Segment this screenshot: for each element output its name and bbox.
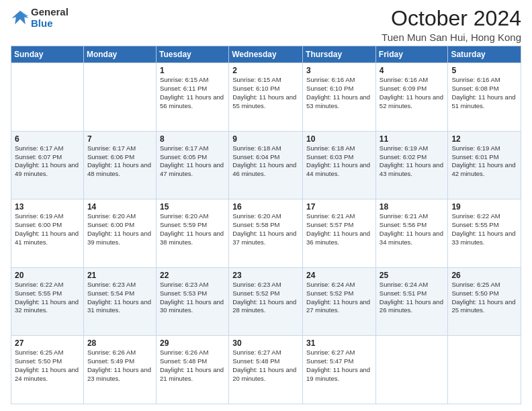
- day-detail: Sunrise: 6:15 AMSunset: 6:10 PMDaylight:…: [232, 76, 299, 110]
- day-detail: Sunrise: 6:17 AMSunset: 6:05 PMDaylight:…: [160, 144, 225, 179]
- logo-general: General: [31, 7, 69, 18]
- day-number: 5: [451, 66, 517, 75]
- calendar-cell: 1Sunrise: 6:15 AMSunset: 6:11 PMDaylight…: [156, 63, 228, 132]
- calendar-cell: [11, 63, 84, 132]
- calendar-cell: 16Sunrise: 6:20 AMSunset: 5:58 PMDayligh…: [229, 199, 303, 268]
- day-detail: Sunrise: 6:26 AMSunset: 5:48 PMDaylight:…: [160, 349, 225, 383]
- calendar-cell: 28Sunrise: 6:26 AMSunset: 5:49 PMDayligh…: [83, 336, 156, 404]
- weekday-thursday: Thursday: [303, 46, 376, 63]
- logo-text: General Blue: [31, 7, 69, 29]
- day-number: 19: [451, 202, 517, 212]
- calendar-cell: [375, 336, 448, 404]
- calendar-cell: 8Sunrise: 6:17 AMSunset: 6:05 PMDaylight…: [156, 131, 228, 199]
- day-number: 20: [15, 271, 80, 280]
- weekday-header-row: SundayMondayTuesdayWednesdayThursdayFrid…: [11, 46, 521, 63]
- weekday-sunday: Sunday: [11, 46, 84, 63]
- day-detail: Sunrise: 6:23 AMSunset: 5:54 PMDaylight:…: [87, 281, 152, 315]
- day-number: 8: [160, 134, 225, 144]
- logo-blue: Blue: [31, 18, 69, 30]
- calendar-cell: 26Sunrise: 6:25 AMSunset: 5:50 PMDayligh…: [448, 267, 521, 336]
- day-detail: Sunrise: 6:24 AMSunset: 5:52 PMDaylight:…: [306, 281, 372, 315]
- svg-marker-0: [12, 11, 29, 24]
- calendar-cell: 3Sunrise: 6:16 AMSunset: 6:10 PMDaylight…: [303, 63, 376, 132]
- day-number: 21: [87, 271, 152, 280]
- title-month-year: October 2024: [382, 7, 521, 30]
- day-detail: Sunrise: 6:23 AMSunset: 5:53 PMDaylight:…: [160, 281, 225, 315]
- day-number: 28: [87, 338, 152, 348]
- calendar-cell: 10Sunrise: 6:18 AMSunset: 6:03 PMDayligh…: [303, 131, 376, 199]
- day-detail: Sunrise: 6:16 AMSunset: 6:08 PMDaylight:…: [451, 76, 517, 110]
- day-number: 26: [451, 271, 517, 280]
- day-detail: Sunrise: 6:27 AMSunset: 5:48 PMDaylight:…: [232, 349, 299, 383]
- day-detail: Sunrise: 6:27 AMSunset: 5:47 PMDaylight:…: [306, 349, 372, 383]
- calendar-week-row: 13Sunrise: 6:19 AMSunset: 6:00 PMDayligh…: [11, 199, 521, 268]
- day-detail: Sunrise: 6:18 AMSunset: 6:03 PMDaylight:…: [306, 144, 372, 179]
- calendar-page: General Blue October 2024 Tuen Mun San H…: [0, 0, 532, 411]
- day-number: 23: [232, 271, 299, 280]
- calendar-cell: 22Sunrise: 6:23 AMSunset: 5:53 PMDayligh…: [156, 267, 228, 336]
- day-detail: Sunrise: 6:20 AMSunset: 5:59 PMDaylight:…: [160, 212, 225, 246]
- day-detail: Sunrise: 6:24 AMSunset: 5:51 PMDaylight:…: [380, 281, 445, 315]
- day-detail: Sunrise: 6:23 AMSunset: 5:52 PMDaylight:…: [232, 281, 299, 315]
- calendar-week-row: 20Sunrise: 6:22 AMSunset: 5:55 PMDayligh…: [11, 267, 521, 336]
- calendar-cell: 18Sunrise: 6:21 AMSunset: 5:56 PMDayligh…: [375, 199, 448, 268]
- calendar-cell: 11Sunrise: 6:19 AMSunset: 6:02 PMDayligh…: [375, 131, 448, 199]
- day-number: 27: [15, 338, 80, 348]
- day-number: 29: [160, 338, 225, 348]
- weekday-monday: Monday: [83, 46, 156, 63]
- title-location: Tuen Mun San Hui, Hong Kong: [382, 32, 521, 43]
- day-number: 6: [15, 134, 80, 144]
- calendar-cell: 20Sunrise: 6:22 AMSunset: 5:55 PMDayligh…: [11, 267, 84, 336]
- day-number: 11: [380, 134, 445, 144]
- day-detail: Sunrise: 6:15 AMSunset: 6:11 PMDaylight:…: [160, 76, 225, 110]
- calendar-cell: 9Sunrise: 6:18 AMSunset: 6:04 PMDaylight…: [229, 131, 303, 199]
- day-number: 2: [232, 66, 299, 75]
- day-detail: Sunrise: 6:25 AMSunset: 5:50 PMDaylight:…: [15, 349, 80, 383]
- day-number: 31: [306, 338, 372, 348]
- weekday-wednesday: Wednesday: [229, 46, 303, 63]
- day-detail: Sunrise: 6:22 AMSunset: 5:55 PMDaylight:…: [451, 212, 517, 246]
- calendar-cell: [448, 336, 521, 404]
- calendar-cell: 13Sunrise: 6:19 AMSunset: 6:00 PMDayligh…: [11, 199, 84, 268]
- day-number: 16: [232, 202, 299, 212]
- calendar-cell: 25Sunrise: 6:24 AMSunset: 5:51 PMDayligh…: [375, 267, 448, 336]
- calendar-cell: 6Sunrise: 6:17 AMSunset: 6:07 PMDaylight…: [11, 131, 84, 199]
- day-number: 4: [380, 66, 445, 75]
- calendar-cell: 23Sunrise: 6:23 AMSunset: 5:52 PMDayligh…: [229, 267, 303, 336]
- logo: General Blue: [11, 7, 69, 29]
- calendar-cell: 7Sunrise: 6:17 AMSunset: 6:06 PMDaylight…: [83, 131, 156, 199]
- day-detail: Sunrise: 6:21 AMSunset: 5:57 PMDaylight:…: [306, 212, 372, 246]
- calendar-cell: 31Sunrise: 6:27 AMSunset: 5:47 PMDayligh…: [303, 336, 376, 404]
- day-number: 14: [87, 202, 152, 212]
- calendar-cell: 17Sunrise: 6:21 AMSunset: 5:57 PMDayligh…: [303, 199, 376, 268]
- day-number: 12: [451, 134, 517, 144]
- day-number: 7: [87, 134, 152, 144]
- calendar-cell: 2Sunrise: 6:15 AMSunset: 6:10 PMDaylight…: [229, 63, 303, 132]
- day-number: 24: [306, 271, 372, 280]
- logo-bird-icon: [11, 9, 30, 28]
- day-number: 25: [380, 271, 445, 280]
- calendar-table: SundayMondayTuesdayWednesdayThursdayFrid…: [11, 46, 521, 404]
- calendar-cell: 12Sunrise: 6:19 AMSunset: 6:01 PMDayligh…: [448, 131, 521, 199]
- title-block: October 2024 Tuen Mun San Hui, Hong Kong: [382, 7, 521, 43]
- calendar-cell: 19Sunrise: 6:22 AMSunset: 5:55 PMDayligh…: [448, 199, 521, 268]
- day-detail: Sunrise: 6:19 AMSunset: 6:02 PMDaylight:…: [380, 144, 445, 179]
- day-number: 10: [306, 134, 372, 144]
- calendar-cell: [83, 63, 156, 132]
- day-detail: Sunrise: 6:26 AMSunset: 5:49 PMDaylight:…: [87, 349, 152, 383]
- calendar-cell: 5Sunrise: 6:16 AMSunset: 6:08 PMDaylight…: [448, 63, 521, 132]
- day-number: 3: [306, 66, 372, 75]
- day-detail: Sunrise: 6:17 AMSunset: 6:06 PMDaylight:…: [87, 144, 152, 179]
- calendar-cell: 30Sunrise: 6:27 AMSunset: 5:48 PMDayligh…: [229, 336, 303, 404]
- day-number: 9: [232, 134, 299, 144]
- day-detail: Sunrise: 6:19 AMSunset: 6:00 PMDaylight:…: [15, 212, 80, 246]
- weekday-saturday: Saturday: [448, 46, 521, 63]
- day-number: 1: [160, 66, 225, 75]
- day-detail: Sunrise: 6:19 AMSunset: 6:01 PMDaylight:…: [451, 144, 517, 179]
- day-number: 13: [15, 202, 80, 212]
- day-detail: Sunrise: 6:20 AMSunset: 5:58 PMDaylight:…: [232, 212, 299, 246]
- header: General Blue October 2024 Tuen Mun San H…: [11, 7, 521, 43]
- day-detail: Sunrise: 6:17 AMSunset: 6:07 PMDaylight:…: [15, 144, 80, 179]
- weekday-tuesday: Tuesday: [156, 46, 228, 63]
- calendar-week-row: 1Sunrise: 6:15 AMSunset: 6:11 PMDaylight…: [11, 63, 521, 132]
